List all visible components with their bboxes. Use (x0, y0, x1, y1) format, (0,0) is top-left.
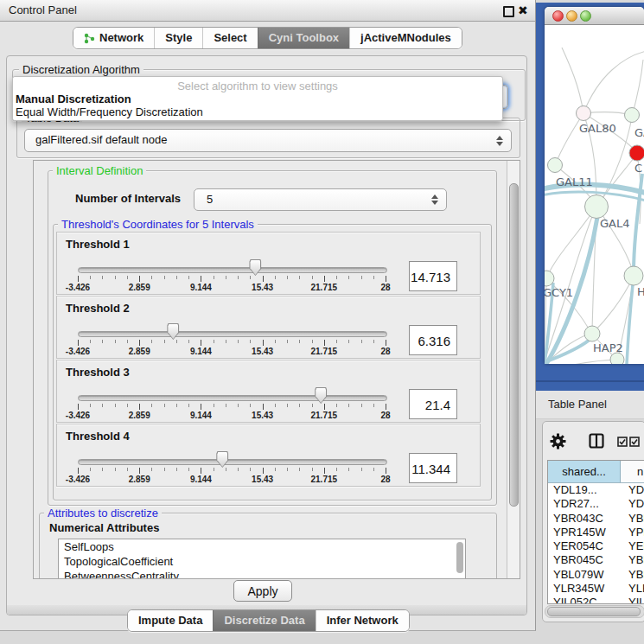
slider-thumb[interactable] (249, 259, 261, 276)
algorithm-option-manual-discretization[interactable]: Manual Discretization (13, 92, 502, 105)
slider-track[interactable] (78, 459, 387, 465)
algorithm-placeholder-option[interactable]: Select algorithm to view settings (13, 80, 502, 92)
combo-spinner-icon[interactable] (496, 136, 503, 146)
list-scrollbar-thumb[interactable] (456, 542, 463, 573)
attribute-item-topologicalcoefficient[interactable]: TopologicalCoefficient (59, 554, 465, 569)
slider-tick (115, 276, 116, 279)
column-header-shared-name[interactable]: shared... (548, 461, 621, 482)
threshold-value-field[interactable]: 21.4 (409, 389, 457, 419)
slider-tick (78, 340, 79, 346)
network-icon (84, 33, 95, 44)
table-data-combobox[interactable]: galFiltered.sif default node (24, 129, 512, 152)
threshold-value-field[interactable]: 11.344 (409, 453, 457, 483)
network-node[interactable] (624, 266, 643, 285)
slider-tick (78, 276, 79, 282)
tab-label: Discretize Data (224, 610, 304, 631)
numerical-attributes-label: Numerical Attributes (49, 521, 159, 534)
slider-tick (90, 276, 91, 279)
tab-discretize-data[interactable]: Discretize Data (213, 610, 315, 631)
slider-tick (214, 340, 214, 343)
slider-tick (127, 276, 128, 279)
numerical-attributes-list[interactable]: SelfLoopsTopologicalCoefficientBetweenne… (58, 539, 466, 579)
settings-scrollbar-track[interactable] (507, 161, 520, 578)
table-row[interactable]: YER054CYER0 (548, 539, 644, 553)
number-of-intervals-combobox[interactable]: 5 (194, 188, 447, 211)
table-row[interactable]: YLR345WYLR3 (548, 582, 644, 596)
close-icon[interactable]: ✖ (518, 3, 528, 18)
slider-tick (312, 340, 313, 343)
network-canvas[interactable]: GAL80GACGAL11GAL4GCY1HHAP2 (545, 25, 644, 364)
table-row[interactable]: YDL19...YDL1 (548, 483, 644, 497)
tab-infer-network[interactable]: Infer Network (316, 610, 409, 631)
attribute-item-selfloops[interactable]: SelfLoops (59, 539, 465, 554)
slider-thumb[interactable] (167, 323, 179, 340)
table-row[interactable]: YIL052CYIL0 (548, 596, 644, 604)
table-row[interactable]: YPR145WYPR1 (548, 526, 644, 539)
algorithm-dropdown-popup: Select algorithm to view settings Manual… (12, 76, 503, 121)
tab-label: Network (99, 28, 143, 48)
network-edge[interactable] (594, 277, 633, 332)
table-row[interactable]: YBR045CYBR0 (548, 553, 644, 567)
slider-tick (139, 468, 140, 474)
tab-select[interactable]: Select (202, 28, 257, 48)
algorithm-option-equal-width-frequency-discretization[interactable]: Equal Width/Frequency Discretization (13, 105, 502, 118)
slider-tick (373, 468, 374, 471)
settings-scrollbar-thumb[interactable] (509, 183, 519, 507)
checkbox-icon[interactable] (629, 437, 640, 447)
network-node[interactable] (585, 195, 609, 219)
slider-tick (139, 340, 140, 346)
slider-tick (275, 276, 276, 279)
minimize-traffic-light-icon[interactable] (566, 10, 577, 22)
network-node[interactable] (629, 145, 644, 161)
slider-track[interactable] (78, 395, 387, 401)
number-of-intervals-value: 5 (207, 189, 213, 210)
network-edge[interactable] (562, 48, 583, 113)
slider-thumb[interactable] (315, 387, 327, 404)
slider-tick (151, 404, 152, 407)
table-hscrollbar-thumb[interactable] (547, 607, 641, 616)
network-node[interactable] (577, 106, 591, 121)
control-panel-window: Control Panel ✖ NetworkStyleSelectCyni T… (0, 0, 536, 631)
network-edge[interactable] (545, 360, 616, 364)
slider-tick (90, 404, 91, 407)
table-row[interactable]: YBR043CYBR0 (548, 512, 644, 526)
slider-tick (287, 276, 288, 279)
threshold-label: Threshold 1 (66, 238, 130, 251)
tab-style[interactable]: Style (154, 28, 202, 48)
table-row[interactable]: YBL079WYBL0 (548, 568, 644, 582)
slider-track[interactable] (78, 331, 387, 337)
slider-tick-label: 28 (361, 283, 410, 292)
slider-track[interactable] (78, 267, 387, 273)
zoom-traffic-light-icon[interactable] (580, 10, 591, 22)
threshold-value-field[interactable]: 6.316 (409, 325, 457, 355)
threshold-value-field[interactable]: 14.713 (409, 261, 457, 291)
tab-cyni-toolbox[interactable]: Cyni Toolbox (258, 28, 349, 48)
tab-jactivemnodules[interactable]: jActiveMNodules (349, 28, 462, 48)
network-node[interactable] (548, 158, 563, 173)
checkbox-icon[interactable] (617, 437, 628, 447)
network-node-label: GA (634, 126, 644, 139)
slider-tick (348, 340, 349, 343)
float-window-icon[interactable] (503, 6, 514, 17)
network-node[interactable] (584, 326, 600, 341)
attribute-item-betweennesscentrality[interactable]: BetweennessCentrality (59, 569, 465, 579)
close-traffic-light-icon[interactable] (552, 10, 564, 22)
slider-thumb[interactable] (216, 451, 228, 468)
table-row[interactable]: YDR27...YDR2 (548, 497, 644, 511)
tab-impute-data[interactable]: Impute Data (128, 610, 213, 631)
network-edge[interactable] (556, 113, 583, 163)
cell-shared-name: YBR045C (548, 553, 625, 567)
combo-spinner-icon[interactable] (431, 194, 438, 205)
apply-button[interactable]: Apply (233, 580, 292, 602)
gear-icon[interactable] (549, 432, 567, 450)
slider-tick (201, 340, 201, 346)
slider-tick (188, 468, 189, 471)
network-edge[interactable] (627, 284, 633, 364)
column-header-name[interactable]: n (621, 461, 644, 482)
split-columns-icon[interactable] (589, 433, 604, 449)
table-hscrollbar-track[interactable] (545, 605, 644, 618)
node-table: shared... n YDL19...YDL1YDR27...YDR2YBR0… (547, 460, 644, 604)
cell-name: YBR0 (625, 553, 644, 567)
network-node[interactable] (625, 108, 640, 123)
tab-network[interactable]: Network (73, 28, 154, 48)
